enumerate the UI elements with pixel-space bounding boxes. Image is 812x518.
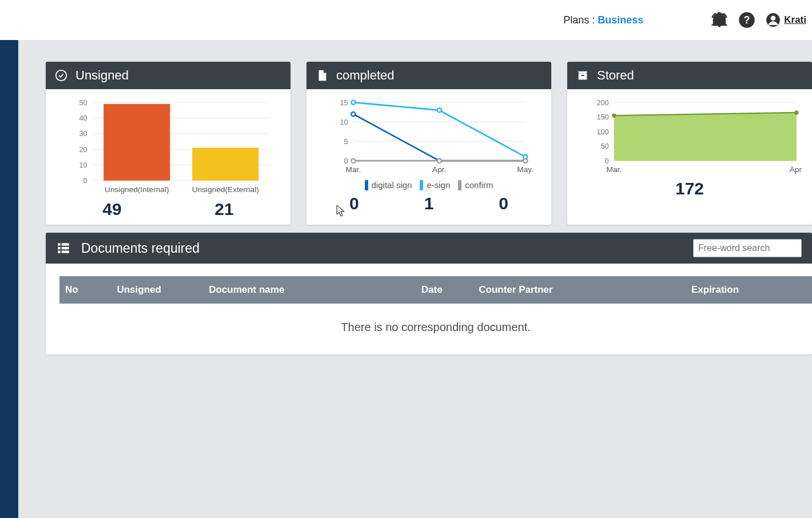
- svg-text:0: 0: [344, 157, 348, 165]
- unsigned-metric-internal: 49: [102, 200, 121, 219]
- svg-point-55: [612, 113, 616, 117]
- list-icon: [56, 241, 71, 256]
- user-icon: [766, 13, 781, 27]
- card-completed: completed 051015Mar.Apr.May. digital sig…: [307, 62, 551, 225]
- stored-metrics: 172: [578, 179, 802, 198]
- svg-rect-58: [62, 244, 69, 246]
- svg-point-40: [523, 159, 527, 163]
- chart-completed: 051015Mar.Apr.May.: [317, 97, 541, 176]
- document-icon: [316, 69, 328, 82]
- svg-rect-61: [58, 251, 60, 253]
- svg-text:10: 10: [340, 118, 348, 126]
- search-input[interactable]: [693, 239, 802, 257]
- svg-text:Apr.: Apr.: [432, 165, 446, 174]
- svg-point-32: [351, 112, 355, 116]
- svg-text:Unsigned(Internal): Unsigned(Internal): [105, 185, 169, 194]
- svg-text:40: 40: [79, 114, 87, 122]
- plans-label: Plans :: [563, 14, 598, 26]
- col-unsigned: Unsigned: [111, 276, 203, 304]
- completed-metric-2: 0: [499, 194, 508, 213]
- stored-metric: 172: [675, 179, 704, 198]
- documents-header: Documents required: [46, 233, 812, 264]
- svg-text:100: 100: [596, 127, 608, 136]
- check-circle-icon: [55, 69, 67, 82]
- chart-stored: 050100150200Mar.Apr.: [578, 97, 802, 176]
- svg-text:150: 150: [596, 113, 608, 121]
- col-document-name: Document name: [203, 276, 416, 304]
- svg-text:50: 50: [601, 142, 609, 150]
- svg-rect-41: [579, 73, 587, 79]
- svg-text:30: 30: [79, 129, 87, 138]
- svg-text:50: 50: [79, 98, 87, 107]
- svg-text:Apr.: Apr.: [790, 165, 802, 174]
- svg-point-4: [56, 70, 66, 81]
- svg-text:5: 5: [344, 137, 348, 146]
- col-date: Date: [416, 276, 473, 304]
- completed-metric-0: 0: [349, 194, 359, 213]
- chart-unsigned: 01020304050Unsigned(Internal)Unsigned(Ex…: [56, 97, 280, 196]
- svg-text:15: 15: [340, 98, 348, 107]
- svg-point-35: [351, 100, 355, 104]
- svg-text:200: 200: [596, 98, 608, 107]
- alarm-icon[interactable]: [711, 11, 728, 29]
- documents-section: Documents required No Unsigned Document …: [46, 233, 812, 354]
- svg-text:20: 20: [79, 145, 87, 154]
- completed-legend: digital sign e-sign confirm: [317, 180, 541, 190]
- plan-name: Business: [598, 14, 643, 26]
- svg-rect-60: [62, 247, 69, 249]
- svg-point-39: [437, 159, 441, 163]
- svg-rect-17: [104, 104, 170, 181]
- svg-text:10: 10: [79, 161, 87, 169]
- svg-text:May.: May.: [517, 165, 534, 174]
- sidebar: [0, 40, 18, 518]
- col-no: No: [59, 276, 111, 304]
- svg-text:0: 0: [605, 157, 609, 165]
- svg-point-56: [794, 110, 798, 114]
- svg-rect-59: [58, 247, 60, 249]
- user-menu[interactable]: Krati: [766, 13, 806, 27]
- col-counter-partner: Counter Partner: [473, 276, 686, 304]
- svg-rect-57: [58, 244, 60, 246]
- plan-indicator: Plans : Business: [563, 14, 643, 26]
- card-stored-header: Stored: [567, 62, 812, 89]
- card-stored-title: Stored: [597, 68, 634, 83]
- content-area: Unsigned 01020304050Unsigned(Internal)Un…: [18, 40, 812, 518]
- svg-text:Unsigned(External): Unsigned(External): [192, 185, 259, 194]
- help-icon[interactable]: ?: [738, 11, 755, 29]
- legend-digital-sign: digital sign: [365, 180, 412, 190]
- svg-rect-19: [192, 148, 258, 180]
- svg-text:0: 0: [83, 176, 87, 185]
- svg-text:Mar.: Mar.: [346, 165, 361, 174]
- archive-icon: [576, 69, 589, 82]
- svg-point-3: [771, 15, 776, 21]
- table-header-row: No Unsigned Document name Date Counter P…: [59, 276, 812, 304]
- card-unsigned-title: Unsigned: [75, 68, 129, 83]
- legend-e-sign: e-sign: [420, 180, 450, 190]
- empty-message: There is no corresponding document.: [59, 304, 812, 337]
- completed-metric-1: 1: [424, 194, 434, 213]
- svg-point-36: [437, 108, 441, 112]
- svg-rect-42: [581, 75, 584, 76]
- card-stored: Stored 050100150200Mar.Apr. 172: [567, 62, 812, 225]
- card-completed-header: completed: [307, 62, 551, 89]
- svg-rect-62: [62, 251, 69, 253]
- documents-table: No Unsigned Document name Date Counter P…: [59, 276, 812, 304]
- unsigned-metric-external: 21: [214, 200, 233, 219]
- legend-confirm: confirm: [458, 180, 493, 190]
- svg-text:?: ?: [744, 14, 750, 26]
- unsigned-metrics: 49 21: [56, 200, 280, 219]
- card-unsigned-header: Unsigned: [46, 62, 290, 89]
- svg-point-38: [351, 159, 355, 163]
- svg-text:Mar.: Mar.: [607, 165, 622, 174]
- top-bar: Plans : Business ? Krati: [0, 0, 812, 40]
- card-completed-title: completed: [336, 68, 395, 83]
- completed-metrics: 0 1 0: [317, 194, 541, 213]
- documents-title: Documents required: [81, 241, 200, 256]
- card-unsigned: Unsigned 01020304050Unsigned(Internal)Un…: [46, 62, 290, 225]
- col-expiration: Expiration: [686, 276, 812, 304]
- user-name: Krati: [784, 14, 806, 26]
- cards-row: Unsigned 01020304050Unsigned(Internal)Un…: [46, 62, 812, 225]
